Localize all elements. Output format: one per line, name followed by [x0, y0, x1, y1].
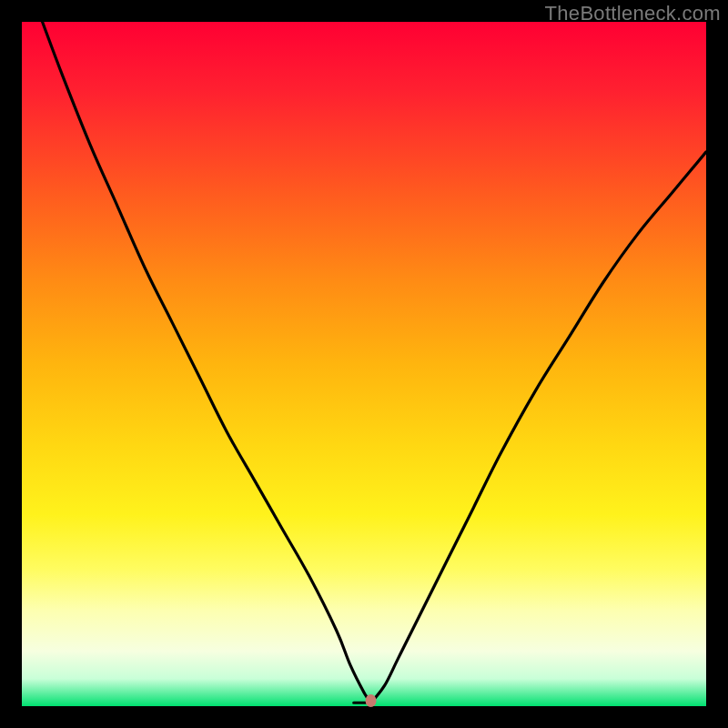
bottleneck-curve — [22, 22, 706, 706]
minimum-marker — [366, 694, 377, 707]
curve-path — [43, 22, 706, 704]
chart-frame: TheBottleneck.com — [0, 0, 728, 728]
plot-area — [22, 22, 706, 706]
watermark-text: TheBottleneck.com — [545, 2, 721, 25]
